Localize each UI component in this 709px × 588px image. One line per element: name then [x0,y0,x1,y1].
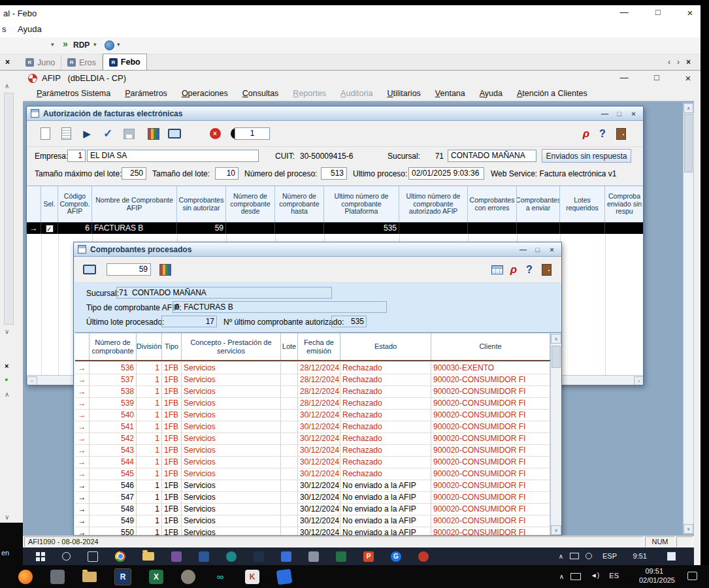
comprobante-cell[interactable]: 30/12/2024 [298,445,340,457]
local-minimize-button[interactable]: — [611,7,637,17]
afip-restore-button[interactable]: □ [644,73,670,82]
comprobante-cell[interactable]: Rechazado [340,468,431,480]
comprobante-cell[interactable]: 1FB [162,433,182,445]
menu-ayuda[interactable]: Ayuda [18,24,42,34]
comprobante-cell[interactable]: 1 [137,468,162,480]
comprobante-cell[interactable]: 538 [90,386,137,398]
display-tray-icon[interactable] [570,553,579,559]
action-center-icon[interactable] [667,552,676,561]
comprobante-cell[interactable]: 30/12/2024 [298,527,340,535]
comprobante-cell[interactable]: 540 [90,410,137,421]
comprobante-cell[interactable]: 30/12/2024 [298,504,340,515]
comprobante-cell[interactable]: No enviado a la AFIP [340,515,431,527]
pen-app-icon[interactable] [276,568,293,585]
display-tray-icon[interactable] [570,573,581,580]
tab-scroll-left-icon[interactable]: ‹ [668,57,670,67]
comprobante-cell[interactable]: → [75,468,90,480]
auth-grid-cell[interactable]: 6 [58,223,92,234]
comprobante-cell[interactable]: 1FB [162,468,182,480]
comprobante-cell[interactable]: Rechazado [340,445,431,457]
comprobante-cell[interactable]: Rechazado [340,363,431,374]
enviados-sin-respuesta-button[interactable]: Enviados sin respuesta [542,149,631,163]
menu-par-metros[interactable]: Parámetros [118,87,174,100]
task-view-icon[interactable] [88,551,98,562]
comprobante-cell[interactable]: No enviado a la AFIP [340,504,431,515]
remote-clock[interactable]: 9:51 [633,552,647,560]
auth-grid-cell[interactable] [275,223,324,234]
comprobante-cell[interactable]: 1FB [162,480,182,492]
gimp-icon[interactable] [181,570,195,584]
comprobante-cell[interactable]: 28/12/2024 [298,398,340,410]
comprobante-cell[interactable]: → [75,515,90,527]
comprobante-cell[interactable]: Rechazado [340,398,431,410]
run-process-icon[interactable]: ▶ [79,126,95,142]
empresa-num-field[interactable]: 1 [67,150,86,162]
comprobante-cell[interactable]: Servicios [182,374,281,386]
comprobante-cell[interactable]: Servicios [182,527,281,535]
globe-icon[interactable] [105,41,114,50]
volume-icon[interactable]: ◄) [591,572,599,579]
help-icon[interactable]: ? [521,262,537,278]
comprobante-cell[interactable]: 900020-CONSUMIDOR FI [431,398,550,410]
comprobante-cell[interactable]: No enviado a la AFIP [340,480,431,492]
cancel-icon[interactable]: × [207,126,223,142]
comprobante-cell[interactable]: 1 [137,386,162,398]
comprobante-cell[interactable]: 543 [90,445,137,457]
globe-caret-icon[interactable]: ▾ [117,41,120,48]
comprobante-row[interactable]: →54511FBServicios30/12/2024Rechazado9000… [75,468,561,480]
comprobante-cell[interactable]: 537 [90,374,137,386]
comprobante-cell[interactable]: Rechazado [340,410,431,421]
comprobante-cell[interactable]: 30/12/2024 [298,457,340,468]
local-close-button[interactable]: × [677,7,703,18]
comprobante-cell[interactable]: 547 [90,492,137,504]
comprobante-cell[interactable]: Servicios [182,421,281,433]
video-editor-icon[interactable]: K [245,570,259,584]
comprobante-cell[interactable]: 1 [137,515,162,527]
scroll-down-icon[interactable]: ∨ [684,524,693,534]
scroll-up-icon[interactable]: ∧ [5,391,9,398]
exit-icon[interactable] [613,126,629,142]
taskbar-app-icon[interactable] [336,551,346,562]
comprobante-cell[interactable]: 900020-CONSUMIDOR FI [431,515,550,527]
comprobante-cell[interactable] [281,410,298,421]
export-screen-icon[interactable] [167,126,182,142]
comprobante-cell[interactable]: 1 [137,480,162,492]
comprobante-row[interactable]: →54211FBServicios30/12/2024Rechazado9000… [75,433,561,445]
taskbar-app-icon[interactable]: G [391,551,401,562]
comprobante-row[interactable]: →54011FBServicios30/12/2024Rechazado9000… [75,410,561,421]
comprobante-cell[interactable]: 1FB [162,457,182,468]
comprobante-cell[interactable]: Servicios [182,457,281,468]
taskbar-app-icon[interactable] [308,551,319,562]
confirm-icon[interactable]: ✓ [100,126,116,142]
comprobante-cell[interactable]: 30/12/2024 [298,468,340,480]
comprobante-cell[interactable]: 1FB [162,386,182,398]
proceso-field[interactable]: 513 [321,167,347,180]
auth-grid-cell[interactable] [517,223,560,234]
comprobante-cell[interactable]: 28/12/2024 [298,363,340,374]
comprobante-row[interactable]: →53911FBServicios28/12/2024Rechazado9000… [75,398,561,410]
exit-icon[interactable] [538,262,554,278]
comprobante-cell[interactable] [281,433,298,445]
menu-reportes[interactable]: Reportes [286,87,333,100]
firefox-icon[interactable] [18,570,33,584]
row-checkbox[interactable]: ✓ [46,225,54,233]
comprobante-cell[interactable]: Servicios [182,398,281,410]
remote-input-language[interactable]: ESP [602,552,617,560]
comprobante-cell[interactable]: 900020-CONSUMIDOR FI [431,480,550,492]
count-field[interactable]: 59 [107,263,151,276]
auth-grid-cell[interactable] [605,223,644,234]
comprobante-cell[interactable]: 1FB [162,527,182,535]
search-icon[interactable] [62,552,71,561]
comprobante-cell[interactable]: 30/12/2024 [298,515,340,527]
comprobante-cell[interactable] [281,457,298,468]
dropdown-caret-icon[interactable]: ▾ [51,41,54,48]
comprobante-cell[interactable]: 1FB [162,374,182,386]
comprobante-cell[interactable]: 1FB [162,421,182,433]
comprobante-cell[interactable]: 900020-CONSUMIDOR FI [431,457,550,468]
comprobante-cell[interactable]: 1 [137,374,162,386]
window-restore-icon[interactable]: □ [532,246,543,253]
menu-operaciones[interactable]: Operaciones [174,87,235,100]
comprobante-cell[interactable]: 900020-CONSUMIDOR FI [431,504,550,515]
comprobante-cell[interactable]: → [75,445,90,457]
comprobante-cell[interactable] [281,527,298,535]
